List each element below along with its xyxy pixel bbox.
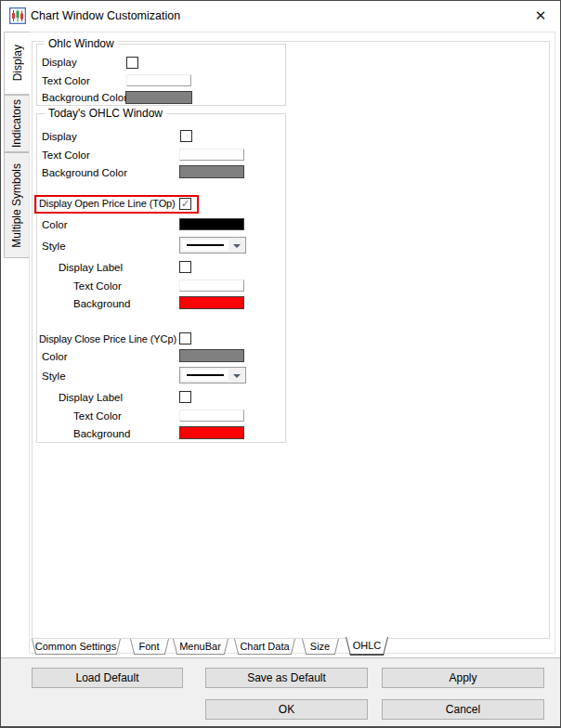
tab-menubar-label: MenuBar <box>173 639 228 654</box>
tab-menubar[interactable]: MenuBar <box>173 639 228 655</box>
style-dropdown[interactable] <box>179 367 246 384</box>
text-color-swatch[interactable] <box>126 74 191 86</box>
tab-chart-data[interactable]: Chart Data <box>234 639 295 655</box>
display-label-checkbox[interactable] <box>179 261 191 273</box>
display-label-checkbox[interactable] <box>179 391 191 403</box>
background-color-swatch[interactable] <box>125 91 192 104</box>
tab-ohlc-label: OHLC <box>346 637 388 655</box>
open-price-line-label: Display Open Price Line (TOp) <box>39 198 176 210</box>
color-swatch[interactable] <box>179 218 244 230</box>
cancel-button[interactable]: Cancel <box>382 699 544 720</box>
display-checkbox[interactable] <box>180 130 192 142</box>
tab-chart-data-label: Chart Data <box>234 639 295 654</box>
tab-font-label: Font <box>130 639 168 654</box>
text-color-label: Text Color <box>73 280 122 292</box>
side-tab-indicators-label: Indicators <box>10 99 23 148</box>
side-tab-display[interactable]: Display <box>4 32 30 95</box>
tab-ohlc[interactable]: OHLC <box>346 637 388 656</box>
side-tab-multiple-symbols[interactable]: Multiple Symbols <box>4 152 29 258</box>
close-icon[interactable]: ✕ <box>530 6 551 25</box>
todays-ohlc-window-group-title: Today's OHLC Window <box>45 107 166 120</box>
load-default-button[interactable]: Load Default <box>32 668 183 688</box>
tab-size[interactable]: Size <box>302 639 338 655</box>
display-label: Display <box>42 131 77 143</box>
button-bar: Load Default Save as Default Apply OK Ca… <box>1 657 560 726</box>
background-swatch[interactable] <box>179 296 244 309</box>
background-color-label: Background Color <box>42 167 127 179</box>
open-price-line-checkbox[interactable]: ✓ <box>179 198 191 210</box>
chart-window-customization-dialog: Chart Window Customization ✕ Display Ind… <box>0 0 561 728</box>
text-color-label: Text Color <box>42 75 90 87</box>
tab-size-label: Size <box>302 639 338 654</box>
text-color-label: Text Color <box>73 410 122 422</box>
display-label: Display <box>42 57 77 69</box>
side-tab-indicators[interactable]: Indicators <box>4 95 29 152</box>
chevron-down-icon <box>233 244 241 248</box>
solid-line-glyph <box>187 244 224 246</box>
background-color-swatch[interactable] <box>179 165 244 178</box>
solid-line-glyph <box>187 374 224 376</box>
style-dropdown[interactable] <box>179 237 246 254</box>
ok-button[interactable]: OK <box>205 699 368 720</box>
app-icon <box>9 7 26 24</box>
color-swatch[interactable] <box>179 349 244 362</box>
style-label: Style <box>42 240 66 253</box>
line-style-preview <box>182 240 228 251</box>
display-label-label: Display Label <box>59 262 123 274</box>
text-color-swatch[interactable] <box>179 149 244 161</box>
text-color-swatch[interactable] <box>179 410 244 422</box>
window-title: Chart Window Customization <box>31 9 180 22</box>
background-label: Background <box>73 428 130 440</box>
tab-common-settings-label: Common Settings <box>32 639 120 654</box>
save-as-default-button[interactable]: Save as Default <box>205 668 368 688</box>
background-color-label: Background Color <box>42 92 127 104</box>
background-label: Background <box>73 298 130 310</box>
title-bar: Chart Window Customization ✕ <box>1 1 560 31</box>
side-tab-multiple-symbols-label: Multiple Symbols <box>10 163 23 248</box>
close-price-line-label: Display Close Price Line (YCp) <box>39 333 176 345</box>
side-tab-display-label: Display <box>11 45 24 81</box>
ohlc-window-group-title: Ohlc Window <box>45 37 118 50</box>
text-color-swatch[interactable] <box>179 280 244 292</box>
display-label-label: Display Label <box>59 392 123 404</box>
text-color-label: Text Color <box>42 150 90 162</box>
line-style-preview <box>182 370 228 381</box>
color-label: Color <box>42 219 67 231</box>
tab-common-settings[interactable]: Common Settings <box>32 639 120 655</box>
style-label: Style <box>42 370 66 383</box>
tab-font[interactable]: Font <box>130 639 168 655</box>
background-swatch[interactable] <box>179 426 244 439</box>
color-label: Color <box>42 351 67 363</box>
close-price-line-checkbox[interactable] <box>179 332 191 344</box>
display-checkbox[interactable] <box>126 57 138 69</box>
chevron-down-icon <box>233 374 241 378</box>
apply-button[interactable]: Apply <box>382 668 544 688</box>
